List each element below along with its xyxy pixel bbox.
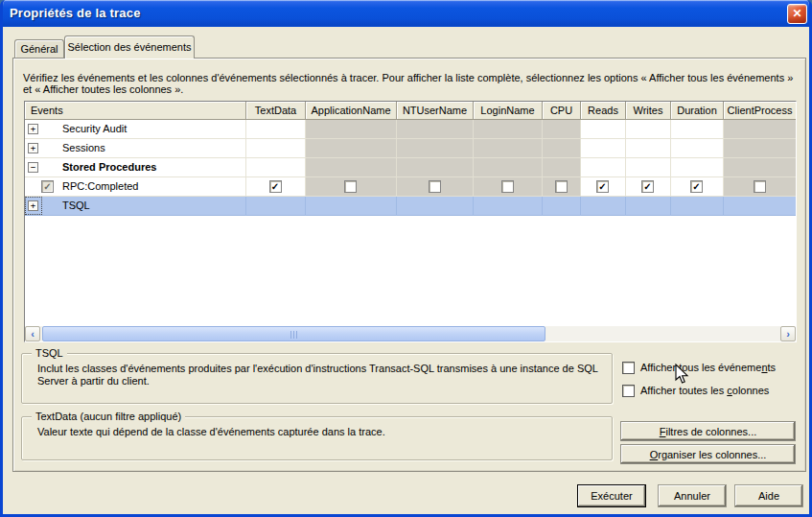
column-header-applicationname[interactable]: ApplicationName	[306, 102, 397, 120]
expand-icon[interactable]: +	[28, 200, 38, 211]
column-filters-button[interactable]: Filtres de colonnes...	[620, 421, 796, 441]
cell	[724, 139, 796, 158]
horizontal-scrollbar[interactable]: ‹ ›	[25, 326, 796, 341]
instruction-line2: et « Afficher toutes les colonnes ».	[23, 83, 800, 95]
textdata-description: Valeur texte qui dépend de la classe d'é…	[37, 426, 598, 438]
scrollbar-thumb[interactable]	[42, 326, 545, 341]
titlebar[interactable]: Propriétés de la trace ✕	[0, 0, 812, 27]
cell	[246, 139, 306, 158]
tsql-description-line1: Inclut les classes d'événements produite…	[37, 363, 598, 375]
cancel-button[interactable]: Annuler	[658, 484, 727, 507]
table-row-sessions[interactable]: + Sessions	[25, 139, 796, 158]
expand-icon[interactable]: +	[28, 124, 38, 134]
tsql-description-line2: Server à partir du client.	[37, 375, 598, 388]
row-label: Sessions	[62, 142, 105, 153]
scroll-right-icon[interactable]: ›	[780, 326, 796, 341]
row-label: Security Audit	[62, 123, 127, 134]
close-icon[interactable]: ✕	[787, 4, 807, 24]
column-header-events[interactable]: Events	[25, 102, 246, 120]
tab-events-selection[interactable]: Sélection des événements	[64, 35, 195, 59]
cpu-checkbox[interactable]	[555, 180, 568, 193]
grid-empty-area	[25, 216, 796, 328]
event-enabled-checkbox[interactable]	[41, 180, 54, 193]
cell	[397, 197, 474, 216]
trace-properties-dialog: Propriétés de la trace ✕ Général Sélecti…	[0, 0, 812, 517]
help-button[interactable]: Aide	[734, 484, 803, 507]
table-row-tsql-selected[interactable]: + TSQL	[25, 197, 796, 216]
cell	[543, 197, 581, 216]
cell-writes	[626, 177, 671, 197]
ntusername-checkbox[interactable]	[429, 180, 441, 193]
execute-button[interactable]: Exécuter	[577, 484, 646, 507]
reads-checkbox[interactable]	[596, 180, 609, 193]
tsql-description: Inclut les classes d'événements produite…	[37, 363, 598, 388]
cell-textdata	[246, 177, 306, 197]
cell	[474, 197, 543, 216]
cell-cpu	[543, 177, 581, 197]
show-all-events-checkbox[interactable]	[622, 362, 635, 374]
table-row-stored-procedures[interactable]: − Stored Procedures	[25, 158, 796, 177]
tsql-groupbox-title: TSQL	[32, 347, 67, 359]
cell	[626, 139, 671, 158]
cell	[724, 197, 796, 216]
cell	[671, 120, 724, 139]
writes-checkbox[interactable]	[641, 180, 654, 193]
column-header-reads[interactable]: Reads	[581, 102, 626, 120]
cell	[474, 139, 543, 158]
cell	[724, 120, 796, 139]
cell	[306, 139, 397, 158]
events-grid: Events TextData ApplicationName NTUserNa…	[24, 101, 797, 342]
show-all-columns-checkbox[interactable]	[622, 385, 635, 397]
clientprocess-checkbox[interactable]	[754, 180, 766, 193]
column-header-clientprocess[interactable]: ClientProcess	[724, 102, 796, 120]
cell	[581, 197, 626, 216]
cell	[724, 158, 796, 177]
row-label: Stored Procedures	[62, 161, 156, 173]
cell-duration	[671, 177, 724, 197]
column-header-duration[interactable]: Duration	[671, 102, 724, 120]
cell	[543, 120, 581, 139]
textdata-checkbox[interactable]	[269, 180, 282, 193]
tab-general[interactable]: Général	[14, 39, 64, 58]
cell-applicationname	[306, 177, 397, 197]
grid-header: Events TextData ApplicationName NTUserNa…	[25, 102, 796, 120]
textdata-groupbox-title: TextData (aucun filtre appliqué)	[32, 411, 185, 422]
cell	[671, 197, 724, 216]
organize-columns-button[interactable]: Organiser les colonnes...	[620, 444, 796, 464]
column-header-writes[interactable]: Writes	[626, 102, 671, 120]
column-header-cpu[interactable]: CPU	[543, 102, 581, 120]
column-header-loginname[interactable]: LoginName	[474, 102, 543, 120]
cell	[246, 120, 306, 139]
column-header-textdata[interactable]: TextData	[246, 102, 306, 120]
scroll-left-icon[interactable]: ‹	[25, 326, 40, 341]
instruction-line1: Vérifiez les événements et les colonnes …	[23, 72, 800, 83]
row-label: RPC:Completed	[62, 180, 138, 192]
scrollbar-grip	[290, 331, 299, 339]
row-label: TSQL	[62, 200, 90, 211]
cell	[474, 158, 543, 177]
events-selection-tabpage: Vérifiez les événements et les colonnes …	[12, 58, 806, 472]
cell-ntusername	[397, 177, 474, 197]
cell	[246, 158, 306, 177]
table-row-security-audit[interactable]: + Security Audit	[25, 120, 796, 139]
table-row-rpc-completed[interactable]: RPC:Completed	[25, 177, 796, 197]
scrollbar-track[interactable]	[40, 326, 780, 341]
window-title: Propriétés de la trace	[10, 6, 141, 20]
show-all-events-label[interactable]: Afficher tous les événements	[640, 362, 776, 373]
cell	[306, 120, 397, 139]
cell	[581, 158, 626, 177]
cell	[397, 158, 474, 177]
loginname-checkbox[interactable]	[501, 180, 514, 193]
collapse-icon[interactable]: −	[28, 162, 38, 173]
expand-icon[interactable]: +	[28, 143, 38, 153]
cell	[474, 120, 543, 139]
cell	[671, 158, 724, 177]
cell	[397, 139, 474, 158]
column-header-ntusername[interactable]: NTUserName	[397, 102, 474, 120]
instruction-text: Vérifiez les événements et les colonnes …	[23, 72, 800, 95]
cell	[306, 158, 397, 177]
show-all-columns-label[interactable]: Afficher toutes les colonnes	[640, 385, 769, 396]
duration-checkbox[interactable]	[690, 180, 703, 193]
cell	[626, 158, 671, 177]
applicationname-checkbox[interactable]	[344, 180, 357, 193]
